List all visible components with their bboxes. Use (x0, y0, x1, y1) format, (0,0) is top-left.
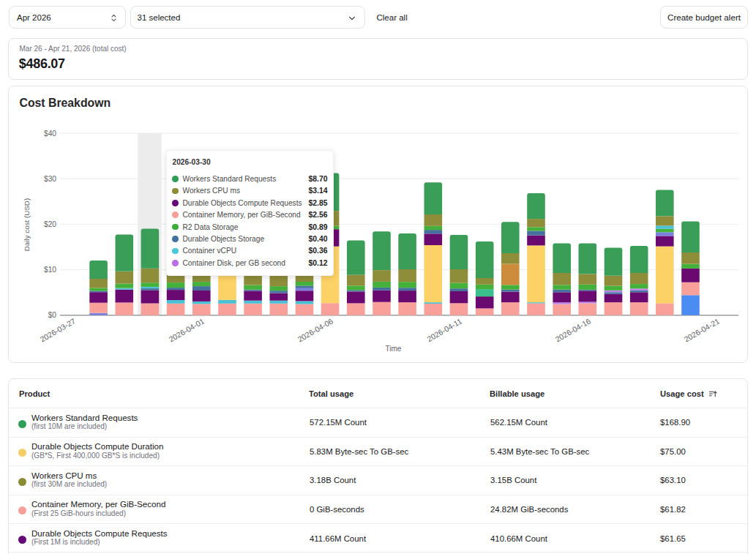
svg-text:Time: Time (386, 345, 402, 353)
svg-text:$20: $20 (44, 220, 56, 228)
svg-text:2026-04-01: 2026-04-01 (167, 316, 206, 343)
svg-text:2026-04-21: 2026-04-21 (682, 316, 721, 343)
svg-text:2026-04-11: 2026-04-11 (425, 316, 463, 343)
svg-text:2026-04-16: 2026-04-16 (553, 316, 592, 343)
svg-text:2026-03-27: 2026-03-27 (38, 316, 77, 343)
svg-text:$10: $10 (44, 266, 56, 274)
svg-text:Daily cost (USD): Daily cost (USD) (23, 198, 31, 251)
svg-text:$0: $0 (48, 311, 57, 319)
svg-text:$40: $40 (44, 130, 56, 138)
svg-text:2026-04-06: 2026-04-06 (296, 316, 334, 343)
svg-text:$30: $30 (44, 175, 56, 183)
